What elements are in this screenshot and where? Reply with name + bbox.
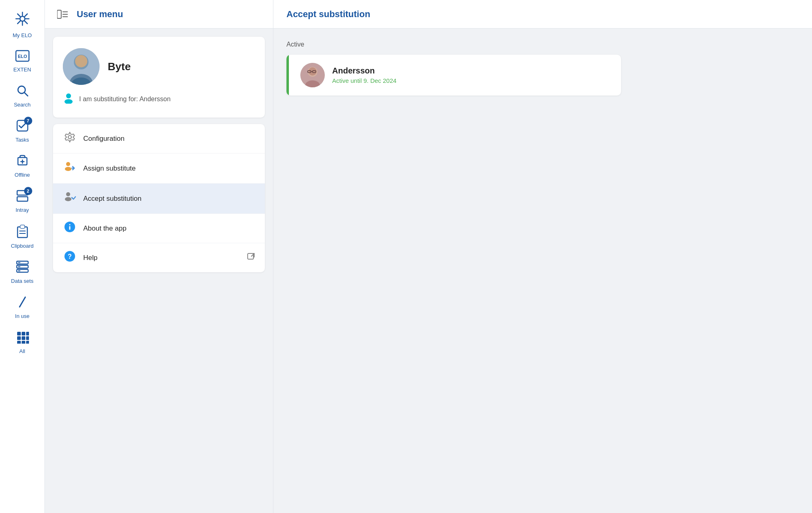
- substituting-text: I am substituting for: Andersson: [79, 95, 171, 103]
- substitution-card-accent: [286, 55, 289, 95]
- sidebar-item-datasets-label: Data sets: [11, 278, 33, 284]
- substitution-active-until: Active until 9. Dec 2024: [332, 77, 397, 84]
- svg-rect-58: [69, 224, 71, 225]
- svg-rect-57: [69, 226, 71, 230]
- clipboard-icon: [16, 224, 29, 241]
- svg-rect-38: [22, 341, 25, 344]
- substitution-info: Andersson Active until 9. Dec 2024: [332, 66, 397, 84]
- search-icon: [16, 84, 29, 100]
- svg-rect-34: [17, 336, 21, 340]
- sidebar-item-tasks[interactable]: 7 Tasks: [0, 113, 44, 149]
- svg-point-50: [64, 99, 73, 104]
- svg-line-6: [24, 21, 27, 24]
- user-avatar: [63, 48, 100, 85]
- menu-item-help[interactable]: ? Help: [53, 243, 265, 272]
- menu-item-about-app[interactable]: About the app: [53, 214, 265, 243]
- svg-rect-61: [248, 253, 253, 259]
- sidebar-item-inuse[interactable]: In use: [0, 290, 44, 325]
- middle-panel-title: User menu: [77, 9, 123, 20]
- sidebar-item-offline[interactable]: Offline: [0, 149, 44, 184]
- menu-item-assign-substitute[interactable]: Assign substitute: [53, 153, 265, 184]
- menu-item-configuration[interactable]: Configuration: [53, 124, 265, 153]
- sidebar-item-datasets[interactable]: Data sets: [0, 255, 44, 290]
- svg-point-47: [75, 55, 87, 67]
- sidebar-item-offline-label: Offline: [15, 172, 30, 178]
- sidebar-item-search-label: Search: [14, 102, 31, 108]
- sidebar-item-tasks-label: Tasks: [16, 137, 29, 143]
- sidebar-toggle-button[interactable]: [55, 7, 70, 22]
- menu-card: Configuration Assign substitute: [53, 124, 265, 272]
- svg-rect-32: [22, 332, 25, 335]
- svg-line-5: [18, 14, 21, 17]
- datasets-icon: [16, 260, 29, 276]
- svg-rect-17: [17, 197, 28, 201]
- svg-line-8: [18, 21, 21, 24]
- sidebar-item-intray[interactable]: 2 Intray: [0, 184, 44, 219]
- right-panel-title: Accept substitution: [286, 9, 370, 20]
- svg-point-52: [66, 162, 70, 166]
- middle-panel-header: User menu: [45, 0, 273, 29]
- sidebar-item-search[interactable]: Search: [0, 78, 44, 113]
- intray-badge: 2: [24, 187, 32, 195]
- active-section-label: Active: [286, 41, 799, 48]
- svg-point-55: [65, 197, 71, 201]
- tasks-badge: 7: [24, 117, 32, 125]
- offline-icon: [16, 154, 29, 170]
- svg-line-7: [24, 14, 27, 17]
- substituting-row: I am substituting for: Andersson: [63, 92, 255, 106]
- sidebar-item-exten[interactable]: ELO EXTEN: [0, 44, 44, 78]
- sidebar-item-myelo-label: My ELO: [13, 32, 32, 38]
- substitute-person-icon: [63, 92, 74, 106]
- svg-rect-40: [57, 10, 61, 18]
- svg-point-51: [68, 135, 71, 139]
- menu-item-configuration-label: Configuration: [83, 135, 124, 143]
- sidebar-item-clipboard[interactable]: Clipboard: [0, 219, 44, 255]
- user-card-top: Byte: [63, 48, 255, 85]
- menu-item-help-label: Help: [83, 254, 98, 262]
- svg-point-49: [66, 93, 71, 98]
- svg-text:?: ?: [68, 253, 72, 260]
- svg-point-54: [66, 192, 70, 196]
- exten-icon: ELO: [15, 50, 30, 65]
- help-icon: ?: [63, 251, 77, 265]
- svg-line-12: [24, 93, 28, 96]
- sidebar-item-myelo[interactable]: My ELO: [0, 4, 44, 44]
- intray-icon: 2: [16, 189, 29, 205]
- info-icon: [63, 221, 77, 235]
- svg-rect-36: [26, 336, 29, 340]
- svg-rect-39: [26, 341, 29, 344]
- sidebar: My ELO ELO EXTEN Search 7 Tasks: [0, 0, 45, 513]
- menu-item-assign-substitute-label: Assign substitute: [83, 164, 136, 173]
- right-panel-header: Accept substitution: [273, 0, 812, 29]
- user-card: Byte I am substituting for: Andersson: [53, 37, 265, 118]
- user-name: Byte: [108, 60, 131, 73]
- tasks-icon: 7: [16, 119, 29, 135]
- sidebar-item-clipboard-label: Clipboard: [11, 243, 34, 249]
- sidebar-item-intray-label: Intray: [16, 207, 29, 213]
- svg-text:ELO: ELO: [18, 54, 27, 59]
- svg-line-30: [20, 297, 25, 307]
- sidebar-item-all-label: All: [19, 348, 25, 354]
- gear-icon: [63, 131, 77, 146]
- svg-rect-35: [22, 336, 25, 340]
- substitution-avatar: [300, 63, 325, 87]
- sidebar-item-all[interactable]: All: [0, 325, 44, 360]
- menu-item-about-app-label: About the app: [83, 224, 126, 233]
- accept-substitution-icon: [63, 191, 77, 206]
- menu-item-accept-substitution-label: Accept substitution: [83, 195, 142, 203]
- middle-panel: User menu Byte: [45, 0, 273, 513]
- external-link-icon: [247, 253, 255, 263]
- svg-rect-37: [17, 341, 21, 344]
- all-icon: [16, 331, 29, 346]
- substitution-name: Andersson: [332, 66, 397, 76]
- right-panel: Accept substitution Active: [273, 0, 812, 513]
- right-panel-content: Active Anders: [273, 29, 812, 108]
- svg-point-53: [65, 167, 71, 171]
- main-area: User menu Byte: [45, 0, 812, 513]
- menu-item-accept-substitution[interactable]: Accept substitution: [53, 184, 265, 214]
- sidebar-item-exten-label: EXTEN: [13, 67, 31, 73]
- assign-substitute-icon: [63, 161, 77, 176]
- svg-rect-21: [20, 225, 24, 228]
- substitution-card[interactable]: Andersson Active until 9. Dec 2024: [286, 55, 621, 95]
- svg-rect-31: [17, 332, 21, 335]
